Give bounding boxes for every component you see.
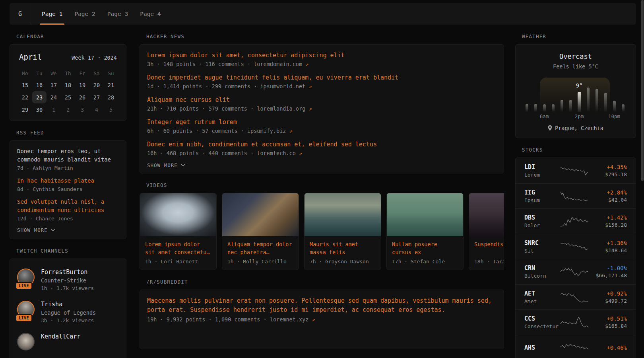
- live-badge: LIVE: [16, 314, 32, 322]
- rss-item-title[interactable]: Sed volutpat nulla nisl, a condimentum n…: [17, 198, 119, 214]
- external-link-icon: ↗: [289, 128, 293, 134]
- weather-time-labels: 6am2pm10pm: [525, 113, 626, 120]
- stock-price: $165.84: [589, 323, 627, 329]
- list-item: Maecenas mollis pulvinar erat non posuer…: [147, 296, 497, 323]
- calendar-day: 16: [32, 79, 47, 91]
- tab-page-2[interactable]: Page 2: [74, 3, 95, 25]
- page-scrollbar[interactable]: [641, 0, 644, 358]
- app-logo[interactable]: G: [10, 3, 31, 25]
- stock-change: +0.46%: [589, 344, 627, 351]
- page-tabs: Page 1Page 2Page 3Page 4: [31, 3, 161, 25]
- sparkline-chart-icon: [560, 341, 589, 354]
- calendar-day: 20: [89, 79, 104, 91]
- calendar-day: 1: [47, 103, 61, 116]
- stock-price: $148.64: [589, 247, 627, 253]
- stock-values: +0.92%$499.72: [589, 290, 627, 304]
- stock-symbol: SNRC: [524, 239, 560, 247]
- video-thumbnail[interactable]: [305, 193, 381, 236]
- stock-name: Sit: [524, 248, 560, 254]
- twitch-channel-name[interactable]: KendallCarr: [41, 333, 80, 340]
- video-title[interactable]: Suspendisse diam: [474, 240, 504, 256]
- calendar-header: April Week 17 · 2024: [18, 51, 118, 61]
- video-title[interactable]: Nullam posuere cursus ex: [392, 240, 458, 256]
- video-meta: 17h · Stefan Cole: [392, 259, 458, 265]
- stock-values: +1.42%$156.28: [589, 214, 627, 228]
- twitch-channel-name[interactable]: ForrestBurton: [41, 268, 94, 276]
- right-column: WEATHER Overcast Feels like 5°C 9° 6am2p…: [515, 25, 636, 358]
- rss-item-meta: 7d · Ashlyn Martin: [17, 165, 119, 171]
- video-meta: 18h · Tara: [474, 259, 504, 265]
- video-title[interactable]: Mauris sit amet massa felis: [310, 240, 376, 256]
- stock-identity: LDILorem: [524, 163, 560, 178]
- list-item: Donec imperdiet augue tincidunt felis al…: [147, 73, 497, 90]
- twitch-channel-row[interactable]: LIVEForrestBurtonCounter-Strike1h · 1.7k…: [17, 268, 119, 291]
- rss-item-meta: 12d · Chance Jones: [17, 216, 119, 222]
- video-thumbnail[interactable]: [387, 193, 463, 236]
- stock-symbol: IIG: [524, 189, 560, 196]
- calendar-day: 3: [75, 103, 89, 116]
- hn-post-title[interactable]: Integer eget rutrum lorem: [147, 118, 497, 126]
- twitch-channel-name[interactable]: Trisha: [41, 301, 96, 308]
- video-thumbnail[interactable]: [469, 193, 504, 236]
- rss-item-title[interactable]: Donec tempor eros leo, ut commodo mauris…: [17, 147, 119, 164]
- stock-sparkline: [560, 240, 589, 253]
- hn-post-title[interactable]: Aliquam nec cursus elit: [147, 95, 497, 104]
- tab-page-3[interactable]: Page 3: [107, 3, 128, 25]
- stock-sparkline: [560, 190, 589, 202]
- stock-sparkline: [560, 215, 589, 228]
- video-thumbnail[interactable]: [222, 193, 299, 236]
- video-card: Lorem ipsum dolor sit amet consectetu…1h…: [140, 193, 217, 270]
- weather-bar: [526, 104, 528, 112]
- list-item: Sed volutpat nulla nisl, a condimentum n…: [17, 198, 119, 222]
- video-title[interactable]: Aliquam tempor dolor nec pharetra…: [227, 240, 293, 256]
- twitch-channel-row[interactable]: LIVETrishaLeague of Legends3h · 1.2k vie…: [17, 301, 119, 323]
- video-thumbnail[interactable]: [140, 193, 216, 236]
- stock-price: $499.72: [589, 298, 627, 304]
- stock-change: -1.00%: [589, 265, 627, 271]
- hn-post-title[interactable]: Lorem ipsum dolor sit amet, consectetur …: [147, 51, 497, 60]
- avatar-image: [17, 333, 35, 350]
- stock-price: $156.28: [589, 222, 627, 228]
- calendar-weekday-row: MoTuWeThFrSaSu: [18, 68, 118, 79]
- stock-price: $66,171.48: [589, 272, 627, 278]
- stock-values: -1.00%$66,171.48: [589, 265, 627, 278]
- stocks-widget: LDILorem+4.35%$795.18IIGIpsum+2.84%$42.0…: [515, 158, 636, 358]
- hn-post-title[interactable]: Donec imperdiet augue tincidunt felis al…: [147, 73, 497, 82]
- tab-page-1[interactable]: Page 1: [42, 3, 62, 25]
- subreddit-section-label: /R/SUBREDDIT: [140, 279, 504, 285]
- scrollbar-thumb[interactable]: [641, 0, 644, 181]
- rss-section-label: RSS FEED: [10, 130, 126, 136]
- calendar-section-label: CALENDAR: [10, 33, 126, 39]
- rss-show-more-button[interactable]: SHOW MORE: [17, 227, 119, 233]
- video-title[interactable]: Lorem ipsum dolor sit amet consectetu…: [145, 240, 211, 256]
- weather-bar: [561, 100, 563, 112]
- calendar-day: 29: [18, 103, 32, 116]
- rss-item-title[interactable]: In hac habitasse platea: [17, 177, 119, 185]
- twitch-widget: LIVEForrestBurtonCounter-Strike1h · 1.7k…: [10, 259, 126, 358]
- calendar-day: 2: [61, 103, 75, 116]
- stock-change: +4.35%: [589, 164, 627, 170]
- calendar-day: 18: [61, 79, 75, 91]
- hn-post-meta: 16h · 468 points · 440 comments · loremt…: [147, 150, 497, 156]
- hn-post-meta: 3h · 148 points · 116 comments · loremdo…: [147, 61, 497, 67]
- tab-page-4[interactable]: Page 4: [140, 3, 161, 25]
- weather-time-label: 6am: [540, 113, 549, 119]
- stock-symbol: AHS: [524, 344, 560, 351]
- chevron-down-icon: [181, 164, 185, 167]
- list-item: Donec tempor eros leo, ut commodo mauris…: [17, 147, 119, 171]
- video-card: Suspendisse diam18h · Tara: [469, 193, 504, 270]
- hn-post-title[interactable]: Donec enim nibh, condimentum et accumsan…: [147, 140, 497, 149]
- weather-condition: Overcast: [525, 53, 626, 60]
- subreddit-post-title[interactable]: Maecenas mollis pulvinar erat non posuer…: [147, 296, 497, 315]
- calendar-day: 28: [104, 91, 118, 103]
- twitch-channel-row[interactable]: KendallCarr: [17, 333, 119, 350]
- stock-name: Consectetur: [524, 323, 560, 329]
- weather-bar: [587, 88, 590, 112]
- weather-bar: [622, 104, 625, 112]
- weather-widget: Overcast Feels like 5°C 9° 6am2pm10pm Pr…: [515, 44, 636, 138]
- hackernews-show-more-button[interactable]: SHOW MORE: [147, 162, 497, 168]
- calendar-day: 15: [18, 79, 32, 91]
- calendar-weekday: We: [47, 68, 61, 79]
- calendar-weekday: Sa: [89, 68, 104, 79]
- list-item: Donec enim nibh, condimentum et accumsan…: [147, 140, 497, 156]
